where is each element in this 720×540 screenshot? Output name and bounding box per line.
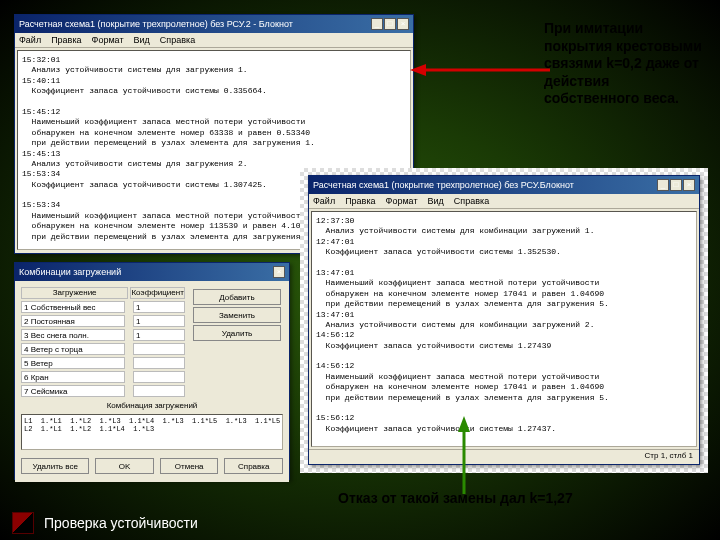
minimize-icon[interactable]: _ xyxy=(657,179,669,191)
arrow-red-icon xyxy=(410,60,550,80)
footer-text: Проверка устойчивости xyxy=(44,515,198,531)
minimize-icon[interactable]: _ xyxy=(371,18,383,30)
delete-button[interactable]: Удалить xyxy=(193,325,281,341)
col-header-coef: Коэффициент xyxy=(130,287,185,299)
menu-help[interactable]: Справка xyxy=(454,196,489,206)
titlebar-2: Комбинации загружений × xyxy=(15,263,289,281)
footer-logo-icon xyxy=(12,512,34,534)
list-item[interactable]: 5 Ветер xyxy=(21,357,125,369)
list-item[interactable]: 7 Сейсмика xyxy=(21,385,125,397)
col-header-load: Загружение xyxy=(21,287,128,299)
window-title-3: Расчетная схема1 (покрытие трехпролетное… xyxy=(313,180,574,190)
coef-cell[interactable] xyxy=(133,357,185,369)
menu-format[interactable]: Формат xyxy=(386,196,418,206)
replace-button[interactable]: Заменить xyxy=(193,307,281,323)
delete-all-button[interactable]: Удалить все xyxy=(21,458,89,474)
combo-label: Комбинация загружений xyxy=(21,401,283,410)
coef-cell[interactable]: 1 xyxy=(133,301,185,313)
coef-cell[interactable]: 1 xyxy=(133,315,185,327)
list-item[interactable]: 1 Собственный вес xyxy=(21,301,125,313)
combinations-dialog: Комбинации загружений × Загружение Коэфф… xyxy=(14,262,290,480)
window-title-1: Расчетная схема1 (покрытие трехпролетное… xyxy=(19,19,293,29)
close-icon[interactable]: × xyxy=(683,179,695,191)
menu-view[interactable]: Вид xyxy=(134,35,150,45)
menu-file[interactable]: Файл xyxy=(313,196,335,206)
list-item[interactable]: 4 Ветер с торца xyxy=(21,343,125,355)
coef-cell[interactable] xyxy=(133,343,185,355)
window-title-2: Комбинации загружений xyxy=(19,267,121,277)
titlebar-3: Расчетная схема1 (покрытие трехпролетное… xyxy=(309,176,699,194)
add-button[interactable]: Добавить xyxy=(193,289,281,305)
ok-button[interactable]: OK xyxy=(95,458,154,474)
arrow-green-icon xyxy=(454,416,474,494)
svg-marker-1 xyxy=(410,64,426,76)
coef-cell[interactable]: 1 xyxy=(133,329,185,341)
window-controls-2: × xyxy=(273,266,285,278)
coef-cell[interactable] xyxy=(133,385,185,397)
maximize-icon[interactable]: □ xyxy=(384,18,396,30)
menu-edit[interactable]: Правка xyxy=(345,196,375,206)
cancel-button[interactable]: Отмена xyxy=(160,458,219,474)
window-controls-1: _ □ × xyxy=(371,18,409,30)
menu-view[interactable]: Вид xyxy=(428,196,444,206)
maximize-icon[interactable]: □ xyxy=(670,179,682,191)
menubar-1: Файл Правка Формат Вид Справка xyxy=(15,33,413,48)
coef-cell[interactable] xyxy=(133,371,185,383)
annotation-top: При имитации покрытия крестовыми связями… xyxy=(544,20,704,108)
statusbar: Стр 1, стлб 1 xyxy=(309,449,699,461)
footer: Проверка устойчивости xyxy=(0,506,720,540)
menu-format[interactable]: Формат xyxy=(92,35,124,45)
menu-edit[interactable]: Правка xyxy=(51,35,81,45)
close-icon[interactable]: × xyxy=(397,18,409,30)
dialog-body: Загружение Коэффициент 1 Собственный вес… xyxy=(15,281,289,482)
list-item[interactable]: 6 Кран xyxy=(21,371,125,383)
notepad-window-3: Расчетная схема1 (покрытие трехпролетное… xyxy=(308,175,700,465)
close-icon[interactable]: × xyxy=(273,266,285,278)
window-controls-3: _ □ × xyxy=(657,179,695,191)
menubar-3: Файл Правка Формат Вид Справка xyxy=(309,194,699,209)
help-button[interactable]: Справка xyxy=(224,458,283,474)
menu-help[interactable]: Справка xyxy=(160,35,195,45)
list-item[interactable]: 2 Постоянная xyxy=(21,315,125,327)
list-item[interactable]: 3 Вес снега полн. xyxy=(21,329,125,341)
titlebar-1: Расчетная схема1 (покрытие трехпролетное… xyxy=(15,15,413,33)
svg-marker-3 xyxy=(458,416,470,432)
menu-file[interactable]: Файл xyxy=(19,35,41,45)
text-content-3[interactable]: 12:37:30 Анализ устойчивости системы для… xyxy=(311,211,697,447)
combo-table[interactable]: L1 1.*L1 1.*L2 1.*L3 1.1*L4 1.*L3 1.1*L5… xyxy=(21,414,283,450)
